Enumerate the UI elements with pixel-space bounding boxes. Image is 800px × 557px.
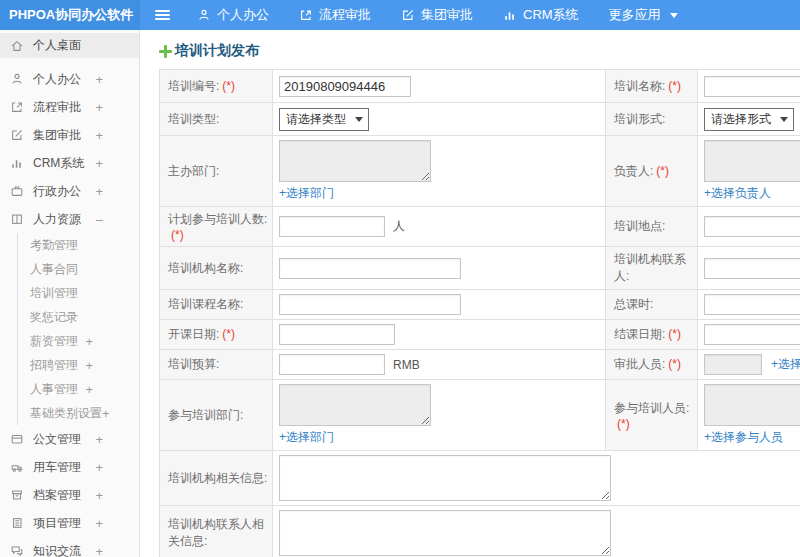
select-part-dept-link[interactable]: +选择部门 — [279, 430, 334, 444]
sidebar-item-archive[interactable]: 档案管理 + — [0, 481, 139, 509]
user-icon — [197, 8, 211, 22]
nav-more-apps[interactable]: 更多应用 — [594, 0, 693, 30]
collapse-minus[interactable]: – — [96, 212, 103, 227]
expand-plus[interactable]: + — [95, 488, 103, 503]
table-row: 开课日期:(*) 结课日期:(*) — [160, 320, 800, 350]
nav-personal-office[interactable]: 个人办公 — [182, 0, 284, 30]
app-logo: PHPOA协同办公软件 — [0, 0, 140, 30]
hamburger-icon[interactable] — [155, 10, 170, 20]
sidebar-item-project[interactable]: 项目管理 + — [0, 509, 139, 537]
sidebar-sub-salary[interactable]: 薪资管理+ — [18, 329, 139, 353]
sidebar-sub-attendance[interactable]: 考勤管理 — [18, 233, 139, 257]
chart-icon — [503, 8, 517, 22]
table-row: 培训编号:(*) 培训名称:(*) — [160, 70, 800, 103]
nav-crm[interactable]: CRM系统 — [488, 0, 594, 30]
sidebar-item-personal-desktop[interactable]: 个人桌面 — [0, 33, 139, 58]
expand-plus[interactable]: + — [85, 358, 93, 373]
training-form-select[interactable]: 请选择形式 — [704, 108, 794, 131]
org-info-textarea[interactable] — [279, 455, 611, 501]
caret-down-icon — [780, 117, 788, 122]
expand-plus[interactable]: + — [95, 460, 103, 475]
sidebar-sub-hr-contract[interactable]: 人事合同 — [18, 257, 139, 281]
host-dept-textarea[interactable] — [279, 140, 431, 182]
nav-group-approval[interactable]: 集团审批 — [386, 0, 488, 30]
sidebar-item-admin-office[interactable]: 行政办公 + — [0, 177, 139, 205]
leader-label: 负责人: — [614, 164, 653, 178]
planned-count-input[interactable] — [279, 216, 385, 237]
table-row: 参与培训部门: +选择部门 参与培训人员:(*) +选择参与人员 — [160, 380, 800, 451]
expand-plus[interactable]: + — [95, 156, 103, 171]
sidebar-item-workflow-approval[interactable]: 流程审批 + — [0, 93, 139, 121]
page-title: 培训计划发布 — [159, 42, 800, 60]
total-hours-label: 总课时: — [614, 297, 653, 311]
location-input[interactable] — [704, 216, 800, 237]
sidebar-item-official-doc[interactable]: 公文管理 + — [0, 425, 139, 453]
expand-plus[interactable]: + — [95, 432, 103, 447]
training-type-select[interactable]: 请选择类型 — [279, 108, 369, 131]
green-plus-icon — [159, 45, 172, 58]
expand-plus[interactable]: + — [85, 334, 93, 349]
home-icon — [10, 39, 24, 53]
training-no-input[interactable] — [279, 76, 411, 97]
expand-plus[interactable]: + — [95, 184, 103, 199]
doc-icon — [10, 432, 24, 446]
nav-workflow-approval[interactable]: 流程审批 — [284, 0, 386, 30]
caret-down-icon — [355, 117, 363, 122]
org-contact-info-textarea[interactable] — [279, 510, 611, 556]
briefcase-icon — [10, 184, 24, 198]
table-row: 培训机构联系人相关信息: — [160, 506, 800, 557]
host-dept-label: 主办部门: — [168, 164, 219, 178]
expand-plus[interactable]: + — [95, 100, 103, 115]
table-row: 培训课程名称: 总课时: — [160, 290, 800, 320]
part-dept-label: 参与培训部门: — [168, 408, 243, 422]
training-name-input[interactable] — [704, 76, 800, 97]
expand-plus[interactable]: + — [95, 72, 103, 87]
leader-textarea[interactable] — [704, 140, 800, 182]
expand-plus[interactable]: + — [95, 516, 103, 531]
course-name-input[interactable] — [279, 294, 461, 315]
org-contact-label: 培训机构联系人: — [614, 252, 686, 283]
org-info-label: 培训机构相关信息: — [168, 471, 267, 485]
participants-textarea[interactable] — [704, 384, 800, 426]
course-name-label: 培训课程名称: — [168, 297, 243, 311]
expand-plus[interactable]: + — [102, 406, 110, 421]
caret-down-icon — [670, 13, 678, 18]
budget-input[interactable] — [279, 354, 385, 375]
sidebar-sub-personnel[interactable]: 人事管理+ — [18, 377, 139, 401]
sidebar-hr-submenu: 考勤管理 人事合同 培训管理 奖惩记录 薪资管理+ 招聘管理+ 人事管理+ 基础… — [17, 233, 139, 425]
select-participants-link[interactable]: +选择参与人员 — [704, 430, 783, 444]
sidebar-sub-reward-punishment[interactable]: 奖惩记录 — [18, 305, 139, 329]
end-date-input[interactable] — [704, 324, 800, 345]
total-hours-input[interactable] — [704, 294, 800, 315]
user-icon — [10, 72, 24, 86]
start-date-input[interactable] — [279, 324, 395, 345]
edit-icon — [10, 128, 24, 142]
sidebar: 个人桌面 个人办公 + 流程审批 + 集团审批 + CRM系统 + 行政办公 +… — [0, 30, 140, 557]
sidebar-item-vehicle[interactable]: 用车管理 + — [0, 453, 139, 481]
expand-plus[interactable]: + — [95, 544, 103, 557]
unit-person: 人 — [393, 219, 405, 233]
expand-plus[interactable]: + — [95, 128, 103, 143]
sidebar-sub-base-category[interactable]: 基础类别设置+ — [18, 401, 139, 425]
org-name-label: 培训机构名称: — [168, 261, 243, 275]
sidebar-item-personal-office[interactable]: 个人办公 + — [0, 65, 139, 93]
org-contact-input[interactable] — [704, 258, 800, 279]
part-dept-textarea[interactable] — [279, 384, 431, 426]
training-type-label: 培训类型: — [168, 112, 219, 126]
approver-label: 审批人员: — [614, 357, 665, 371]
chat-icon — [10, 544, 24, 557]
sidebar-item-knowledge[interactable]: 知识交流 + — [0, 537, 139, 557]
select-approver-link[interactable]: +选择审批人员 — [771, 357, 800, 371]
table-row: 主办部门: +选择部门 负责人:(*) +选择负责人 — [160, 136, 800, 207]
sidebar-item-group-approval[interactable]: 集团审批 + — [0, 121, 139, 149]
expand-plus[interactable]: + — [85, 382, 93, 397]
approver-input[interactable] — [704, 354, 762, 375]
select-dept-link[interactable]: +选择部门 — [279, 186, 334, 200]
org-name-input[interactable] — [279, 258, 461, 279]
sidebar-item-crm[interactable]: CRM系统 + — [0, 149, 139, 177]
sidebar-sub-recruitment[interactable]: 招聘管理+ — [18, 353, 139, 377]
select-leader-link[interactable]: +选择负责人 — [704, 186, 771, 200]
sidebar-item-hr[interactable]: 人力资源 – — [0, 205, 139, 233]
edit-icon — [401, 8, 415, 22]
sidebar-sub-training[interactable]: 培训管理 — [18, 281, 139, 305]
